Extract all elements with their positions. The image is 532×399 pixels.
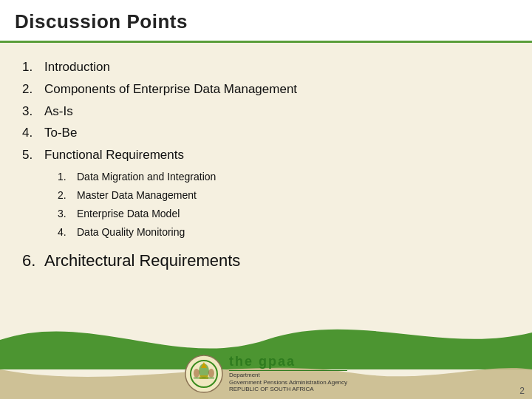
svg-rect-7 bbox=[194, 377, 214, 379]
sub-num: 4. bbox=[58, 223, 77, 242]
list-item: 4. To-Be bbox=[22, 122, 510, 144]
list-num: 5. bbox=[22, 144, 44, 166]
sub-list-item: 2. Master Data Management bbox=[58, 186, 510, 205]
sub-list-item: 1. Data Migration and Integration bbox=[58, 168, 510, 186]
sub-text: Master Data Management bbox=[77, 186, 197, 205]
list-text: Components of Enterprise Data Management bbox=[44, 78, 297, 100]
sub-text: Data Quality Monitoring bbox=[77, 223, 185, 242]
sub-list-item: 4. Data Quality Monitoring bbox=[58, 223, 510, 242]
logo-divider bbox=[229, 370, 347, 371]
sub-num: 1. bbox=[58, 168, 77, 186]
slide: Discussion Points 1. Introduction 2. Com… bbox=[0, 0, 532, 399]
main-list-item6: 6. Architectural Requirements bbox=[22, 245, 510, 276]
list-num: 2. bbox=[22, 78, 44, 100]
svg-point-6 bbox=[208, 369, 214, 378]
title-bar: Discussion Points bbox=[0, 0, 532, 43]
list-item: 1. Introduction bbox=[22, 56, 510, 78]
list-text: Introduction bbox=[44, 56, 110, 78]
sub-list: 1. Data Migration and Integration 2. Mas… bbox=[58, 168, 510, 242]
dept-line1: Department bbox=[229, 372, 347, 379]
list-num: 4. bbox=[22, 122, 44, 144]
list-text: To-Be bbox=[44, 122, 77, 144]
page-number: 2 bbox=[519, 386, 525, 396]
list-text: Architectural Requirements bbox=[44, 247, 240, 276]
content-area: 1. Introduction 2. Components of Enterpr… bbox=[0, 43, 532, 282]
logo-area: the gpaa Department Government Pensions … bbox=[185, 354, 347, 393]
list-item-arch: 6. Architectural Requirements bbox=[22, 245, 510, 276]
svg-point-5 bbox=[194, 369, 200, 378]
sub-list-item: 3. Enterprise Data Model bbox=[58, 205, 510, 223]
slide-title: Discussion Points bbox=[15, 10, 517, 33]
sub-num: 2. bbox=[58, 186, 77, 205]
list-text: As-Is bbox=[44, 100, 73, 123]
sub-text: Data Migration and Integration bbox=[77, 168, 216, 186]
bottom-area: the gpaa Department Government Pensions … bbox=[0, 310, 532, 399]
dept-line2: Government Pensions Administration Agenc… bbox=[229, 379, 347, 386]
main-list: 1. Introduction 2. Components of Enterpr… bbox=[22, 56, 510, 166]
list-num: 6. bbox=[22, 247, 44, 276]
list-item: 2. Components of Enterprise Data Managem… bbox=[22, 78, 510, 100]
sub-text: Enterprise Data Model bbox=[77, 205, 180, 223]
list-num: 1. bbox=[22, 56, 44, 78]
list-text: Functional Requirements bbox=[44, 144, 184, 166]
list-item: 3. As-Is bbox=[22, 100, 510, 123]
logo-text: the gpaa Department Government Pensions … bbox=[229, 354, 347, 393]
gpaa-label: the gpaa bbox=[229, 354, 347, 369]
gpaa-emblem bbox=[185, 355, 223, 393]
list-num: 3. bbox=[22, 100, 44, 123]
list-item-functional: 5. Functional Requirements bbox=[22, 144, 510, 166]
dept-line3: REPUBLIC OF SOUTH AFRICA bbox=[229, 386, 347, 393]
sub-num: 3. bbox=[58, 205, 77, 223]
